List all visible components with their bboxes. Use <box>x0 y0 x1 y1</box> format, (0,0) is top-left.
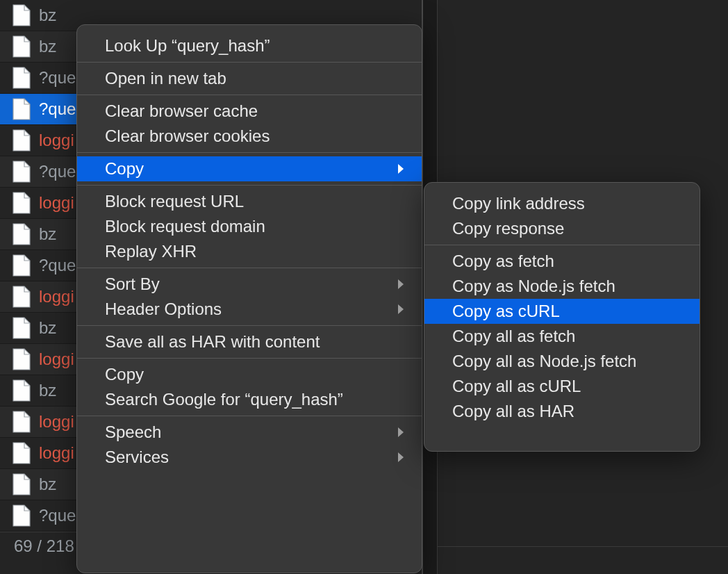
submenu-arrow-icon <box>397 163 405 174</box>
network-row-name: bz <box>39 226 56 243</box>
menu-item[interactable]: Services <box>77 445 422 470</box>
submenu-arrow-icon <box>397 304 405 315</box>
file-icon <box>13 442 31 464</box>
submenu-item-label: Copy as Node.js fetch <box>452 278 615 295</box>
submenu-item[interactable]: Copy response <box>424 216 700 241</box>
submenu-item-label: Copy all as cURL <box>452 378 581 395</box>
network-row-name: loggi <box>39 413 74 430</box>
submenu-item[interactable]: Copy as cURL <box>424 299 700 324</box>
network-row-name: bz <box>39 7 56 24</box>
menu-item[interactable]: Clear browser cookies <box>77 124 422 149</box>
file-icon <box>13 411 31 433</box>
file-icon <box>13 35 31 58</box>
submenu-item-label: Copy as fetch <box>452 253 554 270</box>
menu-item-label: Copy <box>105 366 144 383</box>
file-icon <box>13 286 31 308</box>
network-row-name: loggi <box>39 445 74 461</box>
file-icon <box>13 4 31 26</box>
file-icon <box>13 98 31 120</box>
submenu-item[interactable]: Copy all as Node.js fetch <box>424 349 700 374</box>
menu-item-label: Look Up “query_hash” <box>105 38 270 54</box>
file-icon <box>13 411 31 433</box>
file-icon <box>13 192 31 214</box>
file-icon <box>13 348 31 370</box>
submenu-item[interactable]: Copy as fetch <box>424 249 700 274</box>
submenu-item[interactable]: Copy all as fetch <box>424 324 700 349</box>
file-icon <box>13 129 31 151</box>
network-row-name: ?que <box>39 507 76 524</box>
submenu-item[interactable]: Copy all as HAR <box>424 399 700 424</box>
menu-item[interactable]: Block request domain <box>77 214 422 239</box>
network-row-name: loggi <box>39 351 74 368</box>
submenu-arrow-icon <box>397 452 405 463</box>
menu-item[interactable]: Look Up “query_hash” <box>77 33 422 58</box>
menu-separator <box>77 416 422 416</box>
menu-item-label: Services <box>105 449 169 466</box>
detail-pane-footer <box>438 546 728 574</box>
network-row-name: bz <box>39 382 56 399</box>
submenu-item-label: Copy as cURL <box>452 303 560 320</box>
network-row-name: loggi <box>39 195 74 211</box>
submenu-item[interactable]: Copy as Node.js fetch <box>424 274 700 299</box>
file-icon <box>13 254 31 277</box>
file-icon <box>13 473 31 495</box>
submenu-item[interactable]: Copy all as cURL <box>424 374 700 399</box>
menu-item[interactable]: Copy <box>77 362 422 387</box>
network-row-name: bz <box>39 320 56 336</box>
menu-item[interactable]: Clear browser cache <box>77 99 422 124</box>
file-icon <box>13 317 31 339</box>
file-icon <box>13 161 31 183</box>
context-menu[interactable]: Look Up “query_hash”Open in new tabClear… <box>76 24 422 573</box>
menu-item-label: Speech <box>105 424 161 441</box>
menu-item-label: Header Options <box>105 301 222 318</box>
network-row-name: bz <box>39 476 56 493</box>
file-icon <box>13 161 31 183</box>
menu-item[interactable]: Sort By <box>77 272 422 297</box>
menu-item-label: Sort By <box>105 276 160 293</box>
submenu-arrow-icon <box>397 279 405 290</box>
submenu-item-label: Copy link address <box>452 195 585 212</box>
file-icon <box>13 379 31 402</box>
menu-item[interactable]: Block request URL <box>77 189 422 214</box>
menu-item-label: Block request URL <box>105 193 244 210</box>
file-icon <box>13 379 31 402</box>
menu-separator <box>77 95 422 95</box>
menu-item[interactable]: Speech <box>77 420 422 445</box>
file-icon <box>13 254 31 277</box>
menu-item-label: Clear browser cache <box>105 103 258 120</box>
submenu-item-label: Copy response <box>452 220 564 237</box>
file-icon <box>13 317 31 339</box>
submenu-item[interactable]: Copy link address <box>424 191 700 216</box>
menu-item-label: Save all as HAR with content <box>105 334 320 350</box>
menu-item[interactable]: Header Options <box>77 297 422 322</box>
file-icon <box>13 67 31 89</box>
menu-item[interactable]: Search Google for “query_hash” <box>77 387 422 412</box>
file-icon <box>13 473 31 495</box>
menu-item-label: Open in new tab <box>105 70 226 87</box>
file-icon <box>13 223 31 245</box>
menu-separator <box>77 185 422 186</box>
submenu-item-label: Copy all as HAR <box>452 403 574 420</box>
menu-separator <box>77 358 422 359</box>
file-icon <box>13 348 31 370</box>
network-row-name: ?que <box>39 257 76 274</box>
menu-separator <box>424 245 700 245</box>
file-icon <box>13 505 31 527</box>
menu-item[interactable]: Open in new tab <box>77 66 422 91</box>
network-row-name: loggi <box>39 132 74 149</box>
file-icon <box>13 286 31 308</box>
file-icon <box>13 35 31 58</box>
file-icon <box>13 98 31 120</box>
menu-item-label: Replay XHR <box>105 243 197 260</box>
menu-item[interactable]: Copy <box>77 156 422 181</box>
file-icon <box>13 192 31 214</box>
menu-item[interactable]: Replay XHR <box>77 239 422 264</box>
menu-separator <box>77 268 422 268</box>
menu-item-label: Clear browser cookies <box>105 128 270 145</box>
request-count-text: 69 / 218 <box>14 536 74 556</box>
menu-item[interactable]: Save all as HAR with content <box>77 329 422 354</box>
submenu-item-label: Copy all as fetch <box>452 328 575 345</box>
menu-item-label: Search Google for “query_hash” <box>105 391 343 408</box>
copy-submenu[interactable]: Copy link addressCopy responseCopy as fe… <box>424 182 700 452</box>
menu-item-label: Block request domain <box>105 218 265 235</box>
